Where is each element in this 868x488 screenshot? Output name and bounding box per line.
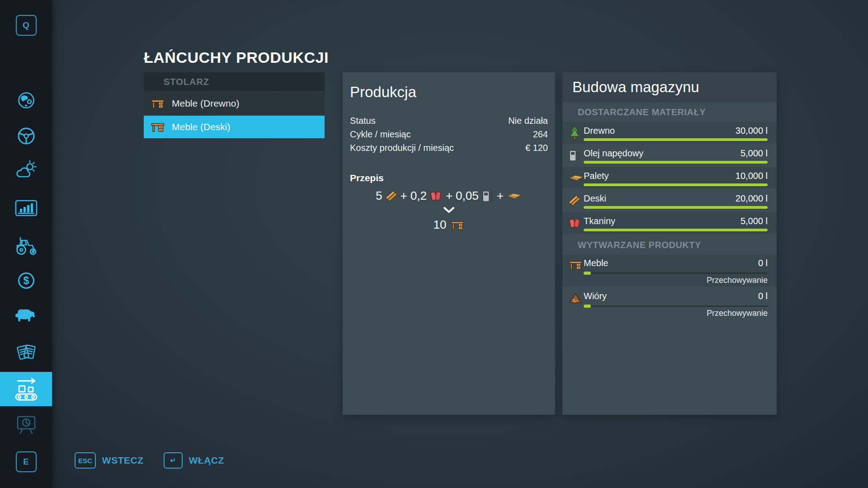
product-fill-bar bbox=[584, 272, 768, 275]
material-amount: 20,000 l bbox=[736, 193, 768, 204]
fill-bar-green bbox=[584, 206, 768, 209]
products-section-header: WYTWARZANE PRODUKTY bbox=[562, 235, 777, 255]
plus-sign: + bbox=[446, 189, 453, 203]
chain-item-meble-drewno[interactable]: Meble (Drewno) bbox=[144, 92, 325, 115]
fabric-icon bbox=[569, 217, 581, 230]
footer-hotkeys: ESC WSTECZ ↵ WŁĄCZ bbox=[75, 452, 224, 469]
costs-value: € 120 bbox=[525, 143, 548, 153]
sidebar-item-presentation[interactable] bbox=[0, 413, 52, 436]
fill-bar-green bbox=[584, 305, 591, 308]
recipe-output: 10 bbox=[350, 218, 548, 232]
material-name: Tkaniny bbox=[584, 216, 615, 226]
sidebar-item-animals[interactable] bbox=[0, 308, 52, 326]
material-amount: 30,000 l bbox=[736, 126, 768, 136]
cycles-row: Cykle / miesiąc 264 bbox=[350, 127, 548, 141]
material-name: Olej napędowy bbox=[584, 148, 643, 159]
furniture-icon bbox=[451, 220, 464, 230]
product-amount: 0 l bbox=[758, 258, 768, 268]
production-chain-list: STOLARZ Meble (Drewno) bbox=[144, 72, 325, 138]
material-row-drewno: Drewno 30,000 l bbox=[562, 122, 777, 143]
material-row-tkaniny: Tkaniny 5,000 l bbox=[562, 212, 777, 234]
fabric-icon bbox=[430, 190, 443, 202]
pallet-icon bbox=[507, 192, 522, 200]
product-row-wiory: Wióry 0 l Przechowywanie bbox=[562, 288, 777, 319]
status-label: Status bbox=[350, 116, 376, 126]
e-key-icon: E bbox=[16, 451, 37, 472]
material-fill-bar bbox=[584, 229, 768, 231]
plus-sign: + bbox=[401, 189, 407, 203]
status-row: Status Nie działa bbox=[350, 114, 548, 127]
material-amount: 5,000 l bbox=[741, 216, 768, 226]
chevron-down-icon bbox=[443, 206, 455, 213]
woodchips-icon bbox=[569, 292, 582, 304]
sidebar-item-garage[interactable] bbox=[0, 234, 52, 257]
finances-icon: $ bbox=[16, 270, 37, 291]
q-key-icon: Q bbox=[16, 15, 37, 36]
material-amount: 5,000 l bbox=[741, 148, 768, 159]
activate-button[interactable]: ↵ WŁĄCZ bbox=[164, 452, 224, 469]
tree-icon bbox=[569, 126, 580, 140]
production-panel: Produkcja Status Nie działa Cykle / mies… bbox=[343, 72, 555, 415]
sidebar-item-map[interactable] bbox=[0, 90, 52, 111]
statistics-icon bbox=[14, 199, 38, 218]
back-button-label: WSTECZ bbox=[102, 455, 144, 466]
fuel-icon bbox=[569, 149, 580, 162]
recipe-arrow bbox=[350, 206, 548, 213]
sidebar-item-weather[interactable] bbox=[0, 160, 52, 182]
weather-icon bbox=[15, 160, 38, 182]
svg-text:$: $ bbox=[23, 275, 29, 286]
cycles-value: 264 bbox=[533, 129, 548, 140]
storage-panel-title: Budowa magazynu bbox=[572, 79, 699, 96]
sidebar-item-vehicles[interactable] bbox=[0, 125, 52, 147]
fill-bar-track bbox=[584, 272, 768, 274]
costs-label: Koszty produkcji / miesiąc bbox=[350, 143, 454, 153]
chain-item-label: Meble (Drewno) bbox=[172, 98, 239, 109]
hotkey-q-badge: Q bbox=[0, 16, 52, 35]
product-mode-label: Przechowywanie bbox=[707, 309, 768, 318]
material-fill-bar bbox=[584, 161, 768, 164]
contracts-icon bbox=[14, 341, 38, 365]
material-row-olej: Olej napędowy 5,000 l bbox=[562, 145, 777, 166]
activate-button-label: WŁĄCZ bbox=[189, 455, 224, 466]
steering-wheel-icon bbox=[15, 125, 37, 147]
sidebar-item-production-chains[interactable] bbox=[0, 372, 52, 406]
material-fill-bar bbox=[584, 138, 768, 141]
esc-key-icon: ESC bbox=[75, 452, 96, 469]
material-row-deski: Deski 20,000 l bbox=[562, 190, 777, 211]
product-name: Meble bbox=[584, 258, 608, 268]
material-amount: 10,000 l bbox=[736, 171, 768, 181]
planks-icon bbox=[386, 190, 397, 202]
pallet-icon bbox=[569, 174, 584, 182]
storage-panel: Budowa magazynu DOSTARCZANE MATERIAŁY Dr… bbox=[562, 72, 777, 415]
recipe-inputs: 5 + 0,2 + 0,05 + bbox=[350, 189, 548, 203]
recipe-output-qty: 10 bbox=[434, 218, 447, 232]
product-name: Wióry bbox=[584, 291, 607, 301]
materials-section-header: DOSTARCZANE MATERIAŁY bbox=[562, 102, 777, 122]
product-row-meble: Meble 0 l Przechowywanie bbox=[562, 255, 777, 286]
fill-bar-green bbox=[584, 138, 768, 141]
storage-title-band: Budowa magazynu bbox=[562, 72, 777, 102]
product-amount: 0 l bbox=[758, 291, 768, 301]
material-row-palety: Palety 10,000 l bbox=[562, 167, 777, 188]
enter-key-icon: ↵ bbox=[164, 452, 183, 469]
recipe-heading: Przepis bbox=[350, 173, 548, 183]
planks-icon bbox=[569, 194, 580, 207]
back-button[interactable]: ESC WSTECZ bbox=[75, 452, 144, 469]
plus-sign: + bbox=[497, 189, 504, 203]
cycles-label: Cykle / miesiąc bbox=[350, 129, 410, 140]
material-name: Drewno bbox=[584, 126, 615, 136]
sidebar-item-statistics[interactable] bbox=[0, 199, 52, 219]
cow-icon bbox=[14, 308, 39, 325]
product-mode-label: Przechowywanie bbox=[707, 276, 768, 285]
production-chains-icon bbox=[14, 377, 39, 401]
furniture-icon bbox=[151, 122, 165, 132]
chain-item-meble-deski[interactable]: Meble (Deski) bbox=[144, 116, 325, 138]
chain-group-header: STOLARZ bbox=[144, 72, 325, 91]
sidebar-item-contracts[interactable] bbox=[0, 341, 52, 365]
status-value: Nie działa bbox=[508, 116, 548, 126]
sidebar-item-finances[interactable]: $ bbox=[0, 270, 52, 291]
material-fill-bar bbox=[584, 206, 768, 209]
fill-bar-green bbox=[584, 229, 768, 231]
fill-bar-track bbox=[584, 305, 768, 307]
recipe-qty: 0,2 bbox=[410, 189, 427, 203]
